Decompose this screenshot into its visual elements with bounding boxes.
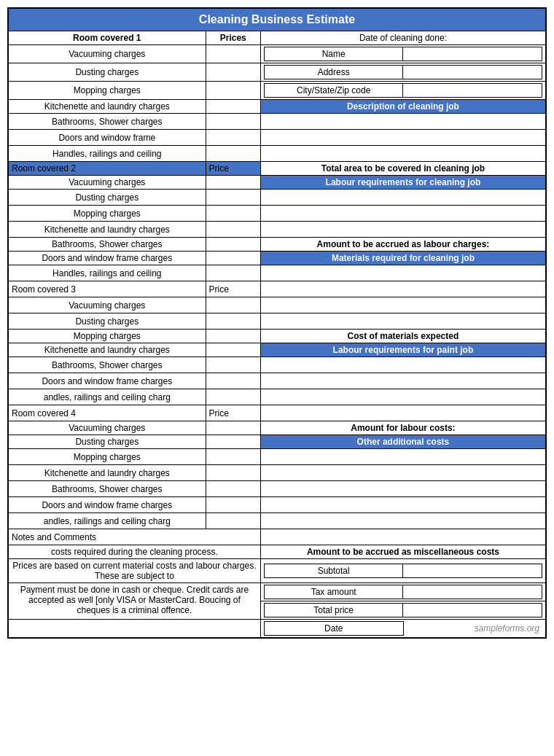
labour-req-area-3[interactable] [260, 222, 546, 238]
room2-header: Room covered 2 [8, 162, 206, 176]
room2-price-5[interactable] [206, 238, 260, 252]
room4-price-6[interactable] [206, 497, 260, 513]
room2-item-6: Doors and window frame charges [8, 252, 206, 265]
name-row-table: Name [264, 47, 542, 61]
room2-price-2[interactable] [206, 190, 260, 206]
room1-price-2[interactable] [206, 63, 260, 82]
labour-paint-area-4[interactable] [260, 405, 546, 421]
room3-row-7: andles, railings and ceiling charg [8, 389, 546, 405]
room3-price-5[interactable] [206, 357, 260, 373]
room2-item-2: Dusting charges [8, 190, 206, 206]
room3-header: Room covered 3 [8, 281, 206, 297]
additional-area-3[interactable] [260, 481, 546, 497]
labour-amount-label: Amount to be accrued as labour charges: [260, 238, 546, 252]
notes-text-3: Payment must be done in cash or cheque. … [8, 583, 260, 620]
total-value[interactable] [403, 604, 542, 617]
room4-row-7: andles, railings and ceiling charg [8, 513, 546, 529]
room3-price-4[interactable] [206, 343, 260, 357]
room1-price-7[interactable] [206, 146, 260, 162]
room1-price-6[interactable] [206, 130, 260, 146]
room3-price-1[interactable] [206, 297, 260, 313]
room3-price-3[interactable] [206, 330, 260, 343]
room2-price-1[interactable] [206, 176, 260, 190]
labour-paint-area-3[interactable] [260, 389, 546, 405]
additional-area-4[interactable] [260, 497, 546, 513]
room2-price-7[interactable] [206, 265, 260, 281]
room2-header-row: Room covered 2 Price Total area to be co… [8, 162, 546, 176]
materials-area-4[interactable] [260, 313, 546, 330]
room4-price-7[interactable] [206, 513, 260, 529]
notes-header: Notes and Comments [8, 529, 260, 545]
additional-area-6[interactable] [260, 529, 546, 545]
additional-area-5[interactable] [260, 513, 546, 529]
room4-price-2[interactable] [206, 435, 260, 449]
room4-item-7: andles, railings and ceiling charg [8, 513, 206, 529]
room1-price-1[interactable] [206, 45, 260, 63]
room4-row-3: Mopping charges [8, 449, 546, 465]
labour-paint-area-2[interactable] [260, 373, 546, 389]
room4-price-1[interactable] [206, 421, 260, 435]
room1-item-4: Kitchenette and laundry charges [8, 100, 206, 114]
room2-price-4[interactable] [206, 222, 260, 238]
room1-price-4[interactable] [206, 100, 260, 114]
labour-req-area-1[interactable] [260, 190, 546, 206]
room2-row-3: Mopping charges [8, 206, 546, 222]
total-label: Total price [264, 604, 403, 617]
description-area-3[interactable] [260, 146, 546, 162]
notes-header-row: Notes and Comments [8, 529, 546, 545]
tax-value[interactable] [403, 585, 542, 599]
address-row-table: Address [264, 65, 542, 79]
room2-item-5: Bathrooms, Shower charges [8, 238, 206, 252]
additional-area-2[interactable] [260, 465, 546, 481]
room3-price-6[interactable] [206, 373, 260, 389]
room3-price-2[interactable] [206, 313, 260, 330]
room1-row-6: Doors and window frame [8, 130, 546, 146]
materials-area-1[interactable] [260, 265, 546, 281]
total-table: Total price [264, 603, 542, 617]
room4-price-3[interactable] [206, 449, 260, 465]
room4-row-2: Dusting charges Other additional costs [8, 435, 546, 449]
room4-item-4: Kitchenette and laundry charges [8, 465, 206, 481]
subtotal-value[interactable] [403, 564, 542, 578]
room1-item-5: Bathrooms, Shower charges [8, 114, 206, 130]
labour-req-label: Labour requirements for cleaning job [260, 176, 546, 190]
room3-item-7: andles, railings and ceiling charg [8, 389, 206, 405]
room1-item-7: Handles, railings and ceiling [8, 146, 206, 162]
room2-row-2: Dusting charges [8, 190, 546, 206]
materials-area-2[interactable] [260, 281, 546, 297]
cost-materials-label: Cost of materials expected [260, 330, 546, 343]
title-row: Cleaning Business Estimate [8, 8, 546, 31]
notes-text-1: costs required during the cleaning proce… [8, 545, 260, 559]
labour-paint-area-1[interactable] [260, 357, 546, 373]
room4-item-5: Bathrooms, Shower charges [8, 481, 206, 497]
room1-row-2: Dusting charges Address [8, 63, 546, 82]
room4-price-5[interactable] [206, 481, 260, 497]
room2-row-4: Kitchenette and laundry charges [8, 222, 546, 238]
room1-row-1: Vacuuming charges Name [8, 45, 546, 63]
room1-price-3[interactable] [206, 82, 260, 100]
materials-area-3[interactable] [260, 297, 546, 313]
materials-label: Materials required for cleaning job [260, 252, 546, 265]
room3-price-7[interactable] [206, 389, 260, 405]
description-area-1[interactable] [260, 114, 546, 130]
room3-item-5: Bathrooms, Shower charges [8, 357, 206, 373]
room4-price-4[interactable] [206, 465, 260, 481]
name-value[interactable] [403, 47, 542, 61]
address-label: Address [264, 66, 403, 79]
room1-item-1: Vacuuming charges [8, 45, 206, 63]
notes-row-1: costs required during the cleaning proce… [8, 545, 546, 559]
date-label: Date of cleaning done: [260, 31, 546, 45]
room2-price-3[interactable] [206, 206, 260, 222]
room1-row-5: Bathrooms, Shower charges [8, 114, 546, 130]
city-value[interactable] [403, 84, 542, 98]
notes-row-3: Payment must be done in cash or cheque. … [8, 583, 546, 601]
room1-price-5[interactable] [206, 114, 260, 130]
description-area-2[interactable] [260, 130, 546, 146]
labour-req-area-2[interactable] [260, 206, 546, 222]
additional-area-1[interactable] [260, 449, 546, 465]
room3-row-1: Vacuuming charges [8, 297, 546, 313]
notes-text-2: Prices are based on current material cos… [8, 559, 260, 583]
room4-item-1: Vacuuming charges [8, 421, 206, 435]
address-value[interactable] [403, 66, 542, 79]
room2-price-6[interactable] [206, 252, 260, 265]
